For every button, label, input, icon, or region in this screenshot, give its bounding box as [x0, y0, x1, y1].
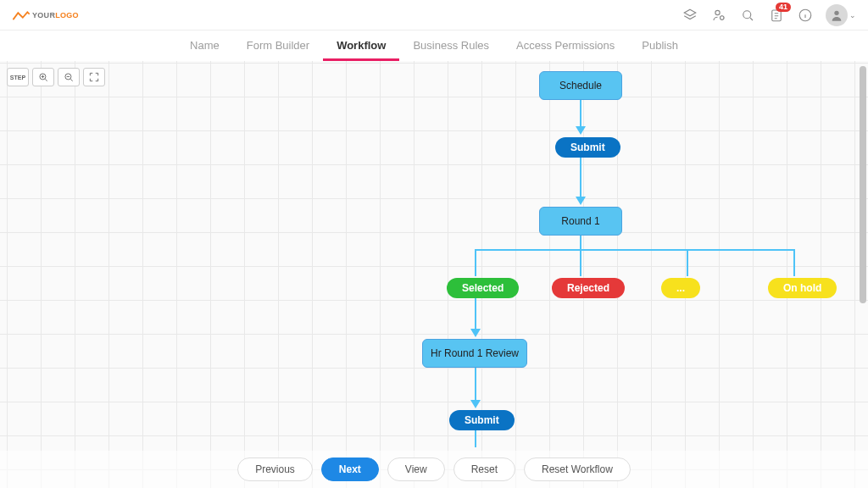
reset-button[interactable]: Reset: [453, 458, 515, 481]
logo-house-icon: [12, 9, 31, 21]
canvas-grid: [0, 61, 868, 488]
action-submit-2[interactable]: Submit: [449, 410, 515, 430]
tab-business-rules[interactable]: Business Rules: [399, 34, 503, 61]
user-settings-icon[interactable]: [710, 7, 727, 24]
svg-point-1: [721, 15, 725, 19]
svg-point-0: [715, 10, 720, 14]
svg-point-5: [834, 10, 838, 14]
workflow-canvas[interactable]: STEP Schedule Submit Round 1 Selected Re…: [0, 61, 868, 488]
tab-workflow[interactable]: Workflow: [323, 34, 399, 61]
avatar-icon: [826, 4, 848, 26]
step-icon[interactable]: STEP: [7, 68, 29, 86]
logo-text: YOURLOGO: [32, 11, 79, 19]
stage-hr-review[interactable]: Hr Round 1 Review: [422, 339, 527, 368]
tab-name[interactable]: Name: [176, 34, 233, 61]
chevron-down-icon: ⌄: [849, 11, 856, 19]
info-icon[interactable]: [797, 7, 814, 24]
tab-form-builder[interactable]: Form Builder: [233, 34, 323, 61]
fullscreen-icon[interactable]: [83, 68, 105, 86]
tab-access-permissions[interactable]: Access Permissions: [503, 34, 628, 61]
next-button[interactable]: Next: [321, 458, 379, 481]
stage-schedule[interactable]: Schedule: [539, 71, 622, 100]
decision-rejected[interactable]: Rejected: [552, 278, 625, 298]
decision-onhold[interactable]: On hold: [768, 278, 837, 298]
stage-round1[interactable]: Round 1: [539, 207, 622, 236]
svg-point-2: [743, 10, 751, 18]
previous-button[interactable]: Previous: [237, 458, 313, 481]
footer-bar: Previous Next View Reset Reset Workflow: [0, 451, 868, 488]
zoom-in-icon[interactable]: [32, 68, 54, 86]
topbar: YOURLOGO 41 ⌄: [0, 0, 868, 30]
tasks-icon[interactable]: 41: [768, 7, 785, 24]
decision-selected[interactable]: Selected: [447, 278, 519, 298]
reset-workflow-button[interactable]: Reset Workflow: [524, 458, 631, 481]
canvas-toolbar: STEP: [7, 68, 105, 86]
zoom-out-icon[interactable]: [58, 68, 80, 86]
notification-badge: 41: [776, 3, 791, 12]
user-menu[interactable]: ⌄: [826, 4, 856, 26]
topbar-actions: 41 ⌄: [682, 4, 856, 26]
action-submit-1[interactable]: Submit: [555, 137, 620, 158]
tab-publish[interactable]: Publish: [628, 34, 692, 61]
search-icon[interactable]: [739, 7, 756, 24]
layers-icon[interactable]: [682, 7, 698, 24]
tabs-bar: Name Form Builder Workflow Business Rule…: [0, 30, 868, 61]
view-button[interactable]: View: [387, 458, 445, 481]
canvas-scrollbar[interactable]: [860, 66, 866, 303]
decision-more[interactable]: ...: [661, 278, 700, 298]
logo[interactable]: YOURLOGO: [12, 9, 79, 21]
